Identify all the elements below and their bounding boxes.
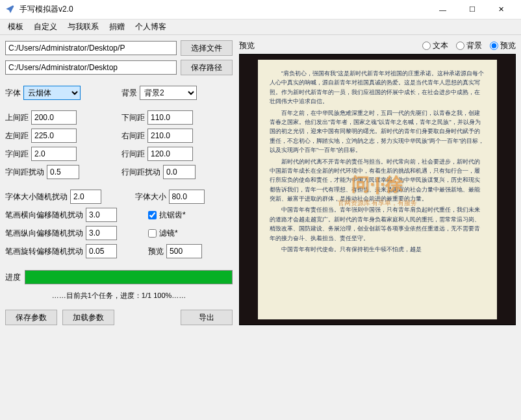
bg-select[interactable]: 背景2 xyxy=(140,86,197,100)
export-button[interactable]: 导出 xyxy=(181,310,233,325)
radio-bg[interactable]: 背景 xyxy=(456,40,482,51)
filter-checkbox[interactable] xyxy=(148,229,157,238)
menu-bar: 模板 自定义 与我联系 捐赠 个人博客 xyxy=(0,19,521,35)
menu-custom[interactable]: 自定义 xyxy=(29,19,62,34)
stroke-h-label: 笔画横向偏移随机扰动 xyxy=(5,210,83,221)
menu-blog[interactable]: 个人博客 xyxy=(130,19,172,34)
save-path-button[interactable]: 保存路径 xyxy=(181,60,233,75)
bottom-margin-input[interactable] xyxy=(147,110,193,125)
char-jitter-input[interactable] xyxy=(47,165,79,179)
window-title: 手写模拟器v2.0 xyxy=(19,4,428,15)
font-label: 字体 xyxy=(5,88,21,99)
stroke-h-input[interactable] xyxy=(86,208,117,222)
input-file-field[interactable] xyxy=(5,41,177,55)
preview-title: 预览 xyxy=(239,40,422,51)
filter-label: 滤镜* xyxy=(159,228,178,239)
paper-para: 中国青年有时代使命。只有保持初生牛犊不怕虎，越是 xyxy=(270,245,485,254)
radio-preview[interactable]: 预览 xyxy=(490,40,516,51)
bottom-margin-label: 下间距 xyxy=(121,112,145,123)
preview-paper: "肩负初心，强国有我"这是新时代新青年对祖国的庄重承诺。这种承诺源自每个人心中真… xyxy=(258,60,497,319)
right-margin-label: 右间距 xyxy=(121,130,145,142)
select-file-button[interactable]: 选择文件 xyxy=(181,40,233,56)
antialias-label: 抗锯齿* xyxy=(159,210,186,221)
line-spacing-input[interactable] xyxy=(147,147,193,161)
line-spacing-label: 行间距 xyxy=(121,149,145,160)
stroke-v-input[interactable] xyxy=(86,226,117,240)
fontsize-jitter-label: 字体大小随机扰动 xyxy=(5,191,68,203)
char-jitter-label: 字间距扰动 xyxy=(5,167,44,178)
progress-fill xyxy=(25,271,232,284)
top-margin-label: 上间距 xyxy=(5,112,29,123)
progress-text: ……目前共1个任务，进度：1/1 100%…… xyxy=(5,291,233,301)
output-path-field[interactable] xyxy=(5,60,177,75)
top-margin-input[interactable] xyxy=(31,110,77,125)
antialias-checkbox[interactable] xyxy=(148,211,157,219)
bg-label: 背景 xyxy=(121,88,137,99)
title-bar: 手写模拟器v2.0 — ☐ ✕ xyxy=(0,0,521,19)
preview-size-label: 预览 xyxy=(148,246,164,257)
close-button[interactable]: ✕ xyxy=(487,1,516,19)
right-panel: 预览 文本 背景 预览 "肩负初心，强国有我"这是新时代新青年对祖国的庄重承诺。… xyxy=(239,40,516,325)
stroke-v-label: 笔画纵向偏移随机扰动 xyxy=(5,228,83,239)
menu-contact[interactable]: 与我联系 xyxy=(62,19,104,34)
menu-donate[interactable]: 捐赠 xyxy=(104,19,130,34)
preview-size-input[interactable] xyxy=(166,244,202,258)
line-jitter-input[interactable] xyxy=(163,165,196,179)
preview-box: "肩负初心，强国有我"这是新时代新青年对祖国的庄重承诺。这种承诺源自每个人心中真… xyxy=(239,54,516,325)
menu-template[interactable]: 模板 xyxy=(3,19,29,34)
progress-label: 进度 xyxy=(5,272,21,283)
load-params-button[interactable]: 加载参数 xyxy=(62,310,114,325)
left-panel: 选择文件 保存路径 字体 云烟体 背景 背景2 上间距 下间距 xyxy=(5,40,233,325)
fontsize-label: 字体大小 xyxy=(135,191,166,203)
font-select[interactable]: 云烟体 xyxy=(23,86,81,100)
minimize-button[interactable]: — xyxy=(428,1,457,19)
paper-para: "肩负初心，强国有我"这是新时代新青年对祖国的庄重承诺。这种承诺源自每个人心中真… xyxy=(270,69,485,106)
radio-text[interactable]: 文本 xyxy=(422,40,448,51)
progress-bar xyxy=(25,270,233,284)
save-params-button[interactable]: 保存参数 xyxy=(5,310,57,325)
paper-para: 中国青年有责任担当。青年强则中国强，只有青年肩负起时代重任，我们未来的道路才会越… xyxy=(270,205,485,243)
paper-para: 新时代的时代离不开青年的责任与担当。时代常向前，社会要进步，新时代的中国新青年成… xyxy=(270,157,485,204)
stroke-rot-input[interactable] xyxy=(86,244,117,258)
fontsize-input[interactable] xyxy=(169,190,205,204)
left-margin-input[interactable] xyxy=(31,129,77,143)
fontsize-jitter-input[interactable] xyxy=(70,190,101,204)
app-icon xyxy=(5,5,16,15)
paper-para: 百年之前，在中华民族危难深重之时，五四一代的先驱们，以青春之我，创建青春之国家。… xyxy=(270,108,485,155)
left-margin-label: 左间距 xyxy=(5,130,29,142)
char-spacing-label: 字间距 xyxy=(5,149,29,160)
char-spacing-input[interactable] xyxy=(31,147,77,161)
right-margin-input[interactable] xyxy=(147,129,193,143)
maximize-button[interactable]: ☐ xyxy=(457,1,487,19)
line-jitter-label: 行间距扰动 xyxy=(121,167,160,178)
stroke-rot-label: 笔画旋转偏移随机扰动 xyxy=(5,246,83,257)
